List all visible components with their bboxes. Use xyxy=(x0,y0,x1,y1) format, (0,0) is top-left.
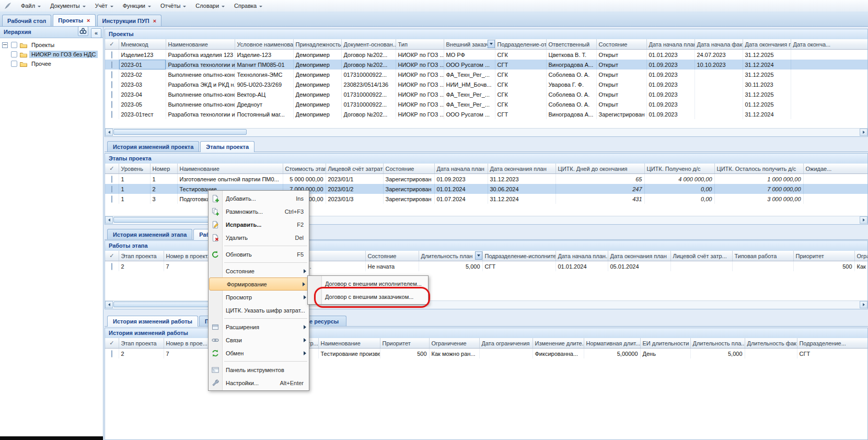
cell[interactable]: 24.07.2023 xyxy=(695,50,743,60)
column-header-4[interactable]: Документ-основан... xyxy=(341,39,396,50)
context-menu-item-2[interactable]: Исправить...F2 xyxy=(209,218,309,231)
cell[interactable]: Соболева О. А. xyxy=(546,89,596,99)
cell[interactable] xyxy=(791,50,867,60)
cell[interactable]: СГК xyxy=(495,50,546,60)
context-menu-item-4[interactable]: ОбновитьF5 xyxy=(209,248,309,261)
column-header-7[interactable]: Подразделение-от... xyxy=(495,39,546,50)
cell[interactable]: Открыт xyxy=(596,70,646,79)
collapse-icon[interactable]: « xyxy=(91,28,101,38)
cell[interactable]: Демопример xyxy=(293,89,341,99)
context-menu-item-6[interactable]: Формирование xyxy=(209,277,308,291)
cell[interactable]: Соболева О. А. xyxy=(546,99,596,109)
tree-checkbox[interactable] xyxy=(11,42,17,48)
tab-2[interactable]: е ресурсы xyxy=(304,316,346,326)
cell[interactable]: Разработка изделия 123 xyxy=(166,50,235,60)
cell[interactable]: 30.06.2024 xyxy=(488,184,555,194)
column-menu-icon[interactable] xyxy=(475,251,482,260)
cell[interactable]: Открыт xyxy=(596,89,646,99)
column-header-5[interactable]: Тип xyxy=(396,39,444,50)
column-header-8[interactable]: Лицевой счёт затр... xyxy=(670,251,732,261)
row-checkbox[interactable] xyxy=(111,81,112,88)
cell[interactable]: 01.01.2024 xyxy=(555,261,608,272)
column-header-11[interactable]: Дата начала факт... xyxy=(695,39,743,50)
cell[interactable]: СГК xyxy=(495,89,546,99)
cell[interactable] xyxy=(791,79,867,89)
cell[interactable] xyxy=(745,349,797,359)
table-row[interactable]: 2023-02Выполнение опытно-конс...Технолог… xyxy=(105,70,867,79)
cell[interactable]: Уварова Г. Ф. xyxy=(546,79,596,89)
cell[interactable]: 2 xyxy=(119,349,164,359)
cell[interactable]: 247 xyxy=(555,184,644,194)
cell[interactable]: СГК xyxy=(495,70,546,79)
column-header-6[interactable]: Внешний заказчик xyxy=(444,39,495,50)
cell[interactable]: ФА_Техн_Рег_... xyxy=(444,89,495,99)
column-header-1[interactable]: Номер xyxy=(150,164,177,174)
cell[interactable]: 2023-05 xyxy=(119,99,166,109)
cell[interactable]: 10.10.2023 xyxy=(695,60,743,70)
cell[interactable]: 01.09.2023 xyxy=(646,109,695,119)
tab-0[interactable]: История изменений проекта xyxy=(107,141,199,152)
cell[interactable] xyxy=(791,60,867,70)
cell[interactable]: Договор №202... xyxy=(341,109,396,119)
window-tab-0[interactable]: Рабочий стол xyxy=(2,15,51,26)
cell[interactable]: 0,00 xyxy=(644,184,714,194)
column-header-1[interactable]: Номер в проект... xyxy=(164,251,211,261)
cell[interactable]: 5 000 000,00 xyxy=(283,174,326,184)
row-checkbox[interactable] xyxy=(111,350,112,357)
cell[interactable]: Демопример xyxy=(293,50,341,60)
context-menu-item-3[interactable]: УдалитьDel xyxy=(209,231,309,244)
column-header-2[interactable]: Условное наименова... xyxy=(235,39,293,50)
cell[interactable]: Зарегистрирован xyxy=(383,194,434,204)
column-header-3[interactable]: Состояние xyxy=(365,251,419,261)
cell[interactable]: 31.12.2025 xyxy=(743,70,791,79)
find-icon[interactable] xyxy=(78,26,88,36)
column-header-1[interactable]: Наименование xyxy=(166,39,235,50)
cell[interactable]: 5,00000 xyxy=(584,349,640,359)
cell[interactable]: Договор №202... xyxy=(341,60,396,70)
context-submenu-item-1[interactable]: Договор с внешним заказчиком... xyxy=(308,290,428,303)
row-checkbox[interactable] xyxy=(111,176,112,183)
cell[interactable]: 905-U020-23/269 xyxy=(235,79,293,89)
column-header-6[interactable]: Ограничение xyxy=(429,338,479,349)
cell[interactable]: 2023/01/3 xyxy=(326,194,383,204)
tab-0[interactable]: История изменений работы xyxy=(107,316,198,327)
table-row[interactable]: Изделие123Разработка изделия 123Изделие-… xyxy=(105,50,867,60)
row-checkbox[interactable] xyxy=(111,71,112,78)
table-row[interactable]: 2023-01Разработка технологии и...Магнит … xyxy=(105,60,867,70)
cell[interactable]: СГТ xyxy=(482,261,555,272)
column-header-5[interactable]: Приоритет xyxy=(380,338,429,349)
cell[interactable]: 01.01.2023 xyxy=(646,50,695,60)
cell[interactable]: 5,000 xyxy=(690,349,745,359)
context-menu-item-12[interactable]: Панель инструментов xyxy=(209,363,309,376)
cell[interactable]: Тестирование произве... xyxy=(318,349,380,359)
cell[interactable]: День xyxy=(640,349,690,359)
cell[interactable]: Выполнение опытно-конс... xyxy=(166,89,235,99)
column-header-3[interactable]: Стоимость этапа xyxy=(283,164,326,174)
select-all-header[interactable]: ✓ xyxy=(105,39,119,50)
column-header-9[interactable]: Состояние xyxy=(596,39,646,50)
scroll-right-button[interactable] xyxy=(860,216,867,224)
tree-item-0[interactable]: Проекты xyxy=(1,40,102,50)
column-header-10[interactable]: Приоритет xyxy=(793,251,854,261)
cell[interactable]: НИОКР по ГОЗ ... xyxy=(396,109,444,119)
column-header-5[interactable]: Состояние xyxy=(383,164,434,174)
cell[interactable] xyxy=(695,89,743,99)
cell[interactable] xyxy=(791,89,867,99)
column-header-10[interactable]: Дата начала план... xyxy=(646,39,695,50)
cell[interactable]: 017310000922... xyxy=(341,89,396,99)
cell[interactable]: 30.11.2023 xyxy=(743,79,791,89)
cell[interactable]: 2 xyxy=(150,184,177,194)
cell[interactable]: Не начата xyxy=(365,261,419,272)
cell[interactable]: 31.12.2023 xyxy=(488,174,555,184)
cell[interactable] xyxy=(479,349,533,359)
cell[interactable]: Изделие123 xyxy=(119,50,166,60)
cell[interactable]: 2 xyxy=(119,261,164,272)
cell[interactable]: Договор №202... xyxy=(341,50,396,60)
tree-item-1[interactable]: НИОКР по ГОЗ без НДС xyxy=(1,50,102,59)
cell[interactable] xyxy=(803,174,867,184)
cell[interactable]: СГТ xyxy=(495,60,546,70)
cell[interactable]: Открыт xyxy=(596,60,646,70)
cell[interactable]: ФА_Техн_Рег_... xyxy=(444,70,495,79)
column-header-8[interactable]: Ответственный xyxy=(546,39,596,50)
cell[interactable]: 017310000922... xyxy=(341,99,396,109)
